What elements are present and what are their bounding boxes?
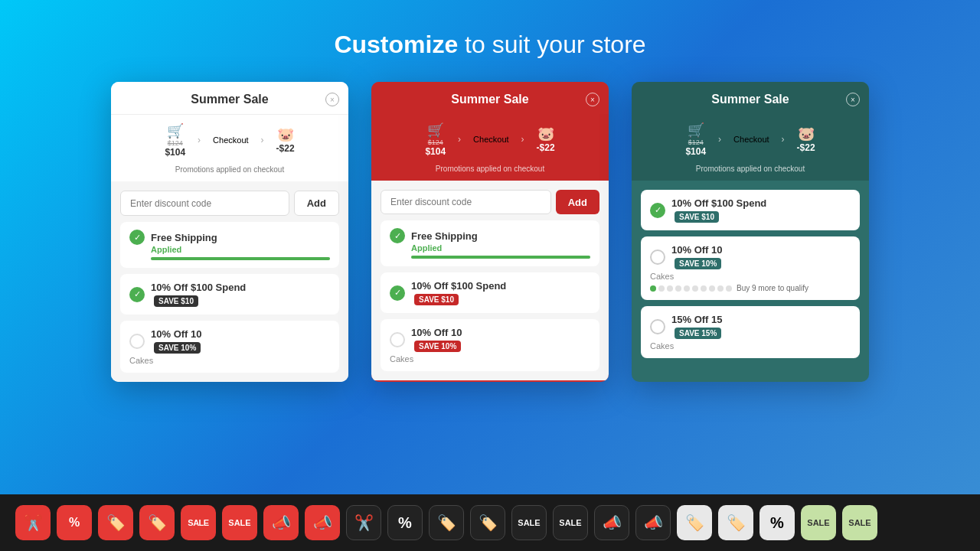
promo-badge-teal-3: SAVE 15% xyxy=(675,328,721,339)
add-button-white[interactable]: Add xyxy=(294,191,339,216)
icon-10[interactable]: % xyxy=(387,505,423,540)
icon-5-sale[interactable]: SALE xyxy=(181,505,216,540)
modal-body-teal: ✓ 10% Off $100 Spend SAVE $10 10% Off 10… xyxy=(632,181,869,367)
promo-10off10-white: 10% Off 10 SAVE 10% Cakes xyxy=(120,321,339,373)
cart-icon-white: 🛒 $124 $104 xyxy=(165,122,185,158)
piggy-icon-t: 🐷 xyxy=(798,126,815,142)
cart-icon: 🛒 xyxy=(167,122,184,139)
check-icon-teal-3 xyxy=(650,319,665,334)
dot-empty-3 xyxy=(675,285,681,292)
icon-1[interactable]: ✂️ xyxy=(15,505,51,540)
checkout-label-white: Checkout xyxy=(213,135,248,145)
cart-icon-t: 🛒 xyxy=(688,122,704,139)
promo-name-red-1: Free Shipping xyxy=(411,230,478,242)
discount-row-white: Add xyxy=(120,191,339,216)
promo-name-teal-1: 10% Off $100 Spend xyxy=(671,197,766,209)
promo-name-white-1: Free Shipping xyxy=(151,232,217,243)
progress-fill-red-1 xyxy=(411,256,590,259)
icons-bar: ✂️ % 🏷️ 🏷️ SALE SALE 📣 📣 ✂️ % 🏷️ 🏷️ SALE… xyxy=(0,494,980,551)
promo-name-red-2: 10% Off $100 Spend xyxy=(411,280,506,292)
close-button-white[interactable]: × xyxy=(325,93,339,106)
modal-card-red: Summer Sale × 🛒 $124 $104 › Checkout › 🐷… xyxy=(371,82,609,382)
icon-9[interactable]: ✂️ xyxy=(346,505,381,540)
cart-icon-r: 🛒 xyxy=(427,122,444,139)
icon-6-sale[interactable]: SALE xyxy=(222,505,257,540)
dot-empty-6 xyxy=(701,285,707,292)
icon-19[interactable]: % xyxy=(760,505,795,540)
page-background: Customize to suit your store Summer Sale… xyxy=(0,0,980,382)
icon-17[interactable]: 🏷️ xyxy=(677,505,712,540)
icon-12[interactable]: 🏷️ xyxy=(470,505,505,540)
modal-card-white: Summer Sale × 🛒 $124 $104 › Checkout › 🐷… xyxy=(111,82,348,382)
icon-11[interactable]: 🏷️ xyxy=(429,505,464,540)
icon-2[interactable]: % xyxy=(57,505,92,540)
close-button-teal[interactable]: × xyxy=(846,93,860,106)
dot-empty-2 xyxy=(667,285,673,292)
icon-21-sale[interactable]: SALE xyxy=(842,505,877,540)
progress-fill-white-1 xyxy=(151,257,330,260)
promo-badge-white-3: SAVE 10% xyxy=(154,342,201,354)
promo-badge-teal-2: SAVE 10% xyxy=(675,258,721,269)
icon-3[interactable]: 🏷️ xyxy=(98,505,133,540)
cart-info-white: 🛒 $124 $104 › Checkout › 🐷 -$22 xyxy=(111,115,348,162)
discount-input-red[interactable] xyxy=(381,190,551,214)
modal-body-white: Add ✓ Free Shipping Applied xyxy=(111,181,348,382)
piggy-icon: 🐷 xyxy=(277,126,294,143)
checkout-text: Checkout xyxy=(213,135,248,145)
icon-16[interactable]: 📣 xyxy=(635,505,671,540)
modal-title-teal: Summer Sale xyxy=(644,93,857,106)
promotions-text-white: Promotions applied on checkout xyxy=(111,162,348,181)
discount-input-white[interactable] xyxy=(120,191,289,216)
promo-name-white-3: 10% Off 10 xyxy=(151,328,201,340)
cakes-text-teal-2: Cakes xyxy=(650,272,851,281)
dot-filled xyxy=(650,285,656,292)
cart-info-red: 🛒 $124 $104 › Checkout › 🐷 -$22 xyxy=(371,114,609,161)
promo-10off100-white: ✓ 10% Off $100 Spend SAVE $10 xyxy=(120,274,339,315)
icon-13-sale[interactable]: SALE xyxy=(511,505,547,540)
promo-10off10-teal: 10% Off 10 SAVE 10% Cakes xyxy=(641,236,860,300)
dot-empty-7 xyxy=(709,285,715,292)
icon-15[interactable]: 📣 xyxy=(594,505,629,540)
check-icon-red-3 xyxy=(390,332,405,347)
check-icon-red-1: ✓ xyxy=(390,228,405,243)
promotions-text-teal: Promotions applied on checkout xyxy=(632,161,869,181)
check-icon-teal-2 xyxy=(650,249,665,265)
modal-card-teal: Summer Sale × 🛒 $124 $104 › Checkout › 🐷… xyxy=(632,82,869,382)
promo-free-shipping-white: ✓ Free Shipping Applied xyxy=(120,222,339,268)
promotions-text-red: Promotions applied on checkout xyxy=(371,161,609,181)
modal-body-red: Add ✓ Free Shipping Applied xyxy=(371,181,609,380)
icon-14-sale[interactable]: SALE xyxy=(553,505,588,540)
piggy-white: 🐷 -$22 xyxy=(276,126,295,154)
checkout-text-r: Checkout xyxy=(473,135,508,144)
icon-18[interactable]: 🏷️ xyxy=(718,505,753,540)
dot-empty-1 xyxy=(658,285,665,292)
promo-10off100-teal: ✓ 10% Off $100 Spend SAVE $10 xyxy=(641,190,860,230)
modal-header-white: Summer Sale × xyxy=(111,82,348,115)
icon-20-sale[interactable]: SALE xyxy=(801,505,836,540)
add-button-red[interactable]: Add xyxy=(556,190,599,214)
header-title-bold: Customize xyxy=(334,31,458,58)
check-icon-white-1: ✓ xyxy=(129,230,145,245)
promo-name-red-3: 10% Off 10 xyxy=(411,327,462,338)
promo-10off100-red: ✓ 10% Off $100 Spend SAVE $10 xyxy=(381,272,599,313)
icon-8[interactable]: 📣 xyxy=(305,505,340,540)
cart-info-teal: 🛒 $124 $104 › Checkout › 🐷 -$22 xyxy=(632,114,869,161)
close-button-red[interactable]: × xyxy=(586,93,599,106)
check-icon-teal-1: ✓ xyxy=(650,203,665,218)
dot-empty-9 xyxy=(726,285,732,292)
promo-free-shipping-red: ✓ Free Shipping Applied xyxy=(381,220,599,266)
cakes-text-red-3: Cakes xyxy=(390,354,590,364)
icon-7[interactable]: 📣 xyxy=(263,505,299,540)
promo-badge-teal-1: SAVE $10 xyxy=(675,211,719,223)
qualify-row-teal: Buy 9 more to qualify xyxy=(650,284,851,292)
dot-empty-4 xyxy=(684,285,690,292)
check-icon-red-2: ✓ xyxy=(390,285,405,301)
promo-name-white-2: 10% Off $100 Spend xyxy=(151,282,246,293)
promo-10off10-red: 10% Off 10 SAVE 10% Cakes xyxy=(381,319,599,371)
qualify-text-teal: Buy 9 more to qualify xyxy=(737,284,808,292)
piggy-teal: 🐷 -$22 xyxy=(797,126,815,153)
cards-container: Summer Sale × 🛒 $124 $104 › Checkout › 🐷… xyxy=(0,82,980,382)
check-icon-white-3 xyxy=(129,334,145,349)
icon-4[interactable]: 🏷️ xyxy=(139,505,175,540)
discount-row-red: Add xyxy=(381,190,599,214)
